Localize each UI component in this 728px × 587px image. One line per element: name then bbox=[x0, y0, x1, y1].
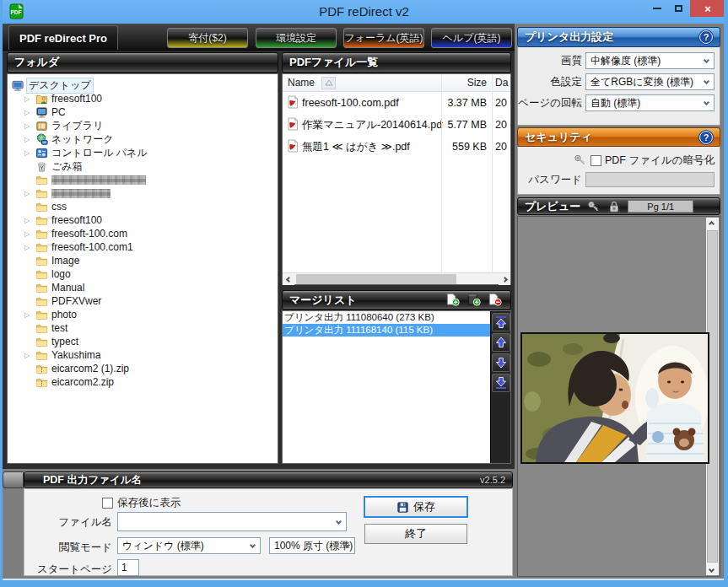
expand-arrow[interactable]: ▷ bbox=[24, 217, 35, 224]
tree-item[interactable]: typect bbox=[8, 335, 278, 348]
expand-arrow[interactable]: ▷ bbox=[24, 230, 35, 238]
view-mode-value: ウィンドウ (標準) bbox=[122, 539, 204, 553]
page-rotation-select[interactable]: 自動 (標準) bbox=[585, 94, 715, 111]
quality-select[interactable]: 中解像度 (標準) bbox=[585, 52, 715, 69]
filename-combobox[interactable] bbox=[117, 512, 347, 531]
help-button[interactable]: ヘルプ(英語) bbox=[431, 28, 512, 48]
scroll-up-arrow[interactable] bbox=[706, 218, 717, 229]
expand-arrow[interactable]: ▷ bbox=[24, 136, 35, 143]
folder-icon bbox=[35, 201, 50, 213]
merge-list-item[interactable]: プリンタ出力 111080640 (273 KB) bbox=[283, 311, 490, 324]
horizontal-scrollbar[interactable] bbox=[283, 272, 510, 284]
tree-item-label: photo bbox=[50, 309, 78, 320]
tree-item[interactable]: ▷Yakushima bbox=[8, 348, 278, 362]
tree-item[interactable]: logo bbox=[8, 267, 278, 281]
tree-item[interactable]: ▷freesoft-100.com bbox=[8, 227, 278, 240]
help-icon[interactable]: ? bbox=[699, 30, 713, 44]
window-bottom-border bbox=[0, 579, 728, 587]
tree-item[interactable]: PDFXVwer bbox=[8, 294, 278, 308]
file-size: 559 KB bbox=[443, 141, 492, 153]
scrollbar-thumb[interactable] bbox=[296, 274, 456, 284]
add-all-files-icon[interactable] bbox=[465, 293, 483, 307]
remove-file-icon[interactable] bbox=[486, 293, 504, 307]
zoom-select[interactable]: 100% 原寸 (標準) bbox=[269, 537, 355, 554]
color-setting-select[interactable]: 全てRGBに変換 (標準) bbox=[585, 73, 715, 90]
sort-ascending-icon[interactable] bbox=[321, 77, 336, 89]
column-name[interactable]: Name bbox=[283, 77, 315, 89]
output-header-cap bbox=[3, 471, 24, 488]
page-rotation-label: ページの回転 bbox=[518, 96, 585, 110]
file-row[interactable]: freesoft-100.com.pdf3.37 MB20 bbox=[283, 92, 510, 114]
folder-icon bbox=[35, 322, 50, 335]
printer-settings-header: プリンタ出力設定 ? bbox=[517, 27, 720, 47]
merge-list-item[interactable]: プリンタ出力 111168140 (115 KB) bbox=[283, 324, 490, 337]
tree-item[interactable]: ▷PC bbox=[8, 105, 278, 119]
password-field[interactable] bbox=[585, 172, 715, 187]
tree-item[interactable]: ごみ箱 bbox=[8, 159, 278, 173]
lock-icon bbox=[607, 200, 621, 213]
start-page-input[interactable] bbox=[117, 559, 139, 576]
tree-item[interactable]: eicarcom2 (1).zip bbox=[8, 362, 278, 375]
scroll-down-arrow[interactable] bbox=[706, 563, 717, 575]
tree-item[interactable]: ▷ bbox=[8, 186, 278, 200]
maximize-button[interactable] bbox=[669, 0, 688, 17]
tree-item[interactable] bbox=[8, 173, 278, 186]
scroll-left-arrow[interactable] bbox=[283, 273, 294, 285]
encrypt-checkbox[interactable] bbox=[590, 155, 601, 166]
column-date[interactable]: Da bbox=[495, 77, 508, 89]
folders-panel-header: フォルダ bbox=[7, 52, 278, 73]
file-name: freesoft-100.com.pdf bbox=[302, 97, 399, 109]
filename-input[interactable] bbox=[118, 513, 331, 530]
tree-item[interactable]: Manual bbox=[8, 281, 278, 294]
tree-item[interactable]: css bbox=[8, 200, 278, 213]
move-to-top-button[interactable] bbox=[492, 313, 510, 331]
tree-item[interactable]: ▷コントロール パネル bbox=[8, 146, 278, 159]
desktop-icon bbox=[12, 79, 26, 92]
tree-item[interactable]: ▷photo bbox=[8, 308, 278, 321]
expand-arrow[interactable]: ▷ bbox=[24, 109, 35, 116]
move-down-button[interactable] bbox=[492, 353, 510, 372]
tree-item-label: デスクトップ bbox=[26, 78, 94, 94]
exit-button[interactable]: 終了 bbox=[364, 524, 467, 544]
show-after-save-checkbox[interactable] bbox=[102, 498, 113, 509]
tree-item[interactable]: ▷freesoft100 bbox=[8, 92, 278, 105]
network-icon bbox=[35, 133, 50, 146]
forum-button[interactable]: フォーラム(英語) bbox=[343, 28, 424, 48]
move-to-bottom-button[interactable] bbox=[492, 374, 510, 392]
expand-arrow[interactable]: ▷ bbox=[24, 190, 35, 197]
tree-item[interactable]: test bbox=[8, 321, 278, 335]
tree-item[interactable]: デスクトップ bbox=[8, 78, 278, 92]
tree-item[interactable]: Image bbox=[8, 254, 278, 267]
file-row[interactable]: 無題1 ≪ はがき ≫.pdf559 KB20 bbox=[283, 136, 510, 158]
donate-button[interactable]: 寄付($2) bbox=[167, 28, 248, 48]
column-size[interactable]: Size bbox=[443, 77, 492, 89]
expand-arrow[interactable]: ▷ bbox=[24, 122, 35, 130]
tree-item-label: freesoft100 bbox=[50, 93, 104, 105]
close-button[interactable]: × bbox=[690, 0, 725, 17]
tree-item[interactable]: ▷freesoft100 bbox=[8, 213, 278, 227]
add-file-icon[interactable] bbox=[444, 293, 461, 307]
tree-item[interactable]: eicarcom2.zip bbox=[8, 375, 278, 389]
tree-item[interactable]: ▷ネットワーク bbox=[8, 132, 278, 146]
minimize-button[interactable] bbox=[648, 0, 666, 17]
file-date: 20 bbox=[492, 119, 507, 131]
scroll-right-arrow[interactable] bbox=[499, 273, 510, 285]
tree-item[interactable]: ▷freesoft-100.com1 bbox=[8, 240, 278, 254]
expand-arrow[interactable]: ▷ bbox=[24, 149, 35, 157]
view-mode-select[interactable]: ウィンドウ (標準) bbox=[117, 537, 261, 554]
page-indicator: Pg 1/1 bbox=[628, 200, 693, 213]
expand-arrow[interactable]: ▷ bbox=[24, 95, 35, 103]
pro-tab[interactable]: PDF reDirect Pro bbox=[8, 25, 118, 50]
file-row[interactable]: 作業マニュアル-20140614.pdf5.77 MB20 bbox=[283, 114, 510, 136]
move-up-button[interactable] bbox=[492, 333, 510, 352]
tree-item[interactable]: ▷ライブラリ bbox=[8, 119, 278, 132]
expand-arrow[interactable]: ▷ bbox=[24, 311, 35, 319]
help-icon[interactable]: ? bbox=[699, 131, 713, 144]
pdf-file-icon bbox=[286, 139, 302, 155]
tree-item-label: eicarcom2 (1).zip bbox=[50, 363, 131, 374]
save-button[interactable]: 保存 bbox=[364, 496, 468, 518]
expand-arrow[interactable]: ▷ bbox=[24, 352, 35, 359]
folder-icon bbox=[35, 174, 50, 186]
settings-button[interactable]: 環境設定 bbox=[256, 28, 337, 48]
expand-arrow[interactable]: ▷ bbox=[24, 244, 35, 251]
